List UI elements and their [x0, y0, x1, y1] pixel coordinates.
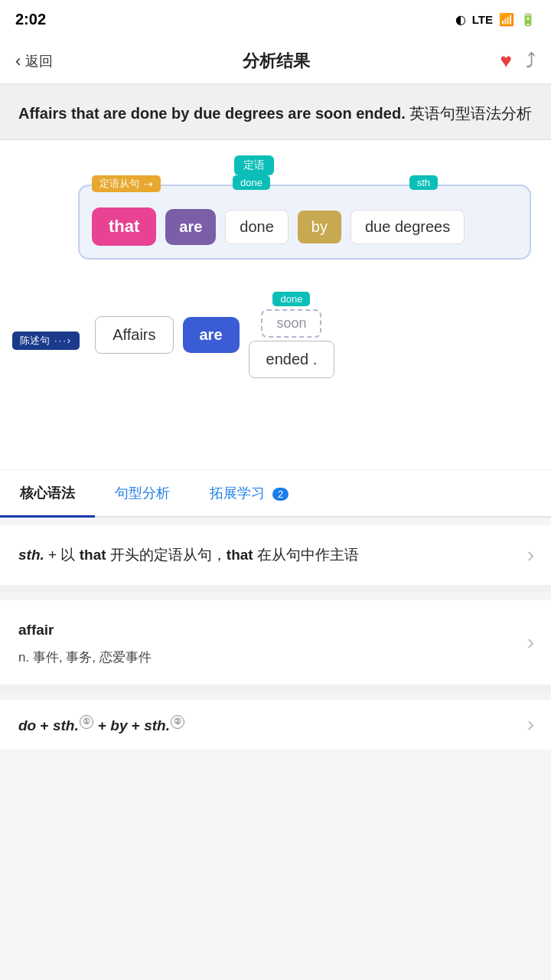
tabs-bar: 核心语法 句型分析 拓展学习 2	[0, 470, 551, 518]
expand-badge: 2	[272, 488, 289, 501]
do-sth-card[interactable]: do + sth.① + by + sth.②	[0, 700, 551, 750]
token-ended[interactable]: ended .	[249, 341, 335, 378]
dots-arrow-icon: ···›	[54, 335, 72, 346]
token-are-main[interactable]: are	[183, 317, 240, 353]
affair-title: affair	[18, 619, 533, 642]
soon-badge: soon	[261, 309, 321, 338]
affair-card[interactable]: affair n. 事件, 事务, 恋爱事件	[0, 600, 551, 684]
token-done[interactable]: done	[225, 210, 289, 244]
tab-expand-learning[interactable]: 拓展学习 2	[190, 470, 308, 516]
sth-badge: sth	[409, 175, 438, 190]
sentence-text: Affairs that are done by due degrees are…	[18, 101, 533, 126]
status-time: 2:02	[15, 11, 46, 28]
that-clause-card[interactable]: sth. + 以 that 开头的定语从句，that 在从句中作主语	[0, 525, 551, 585]
battery-icon: 🔋	[520, 12, 536, 27]
sup1: ①	[80, 715, 93, 729]
arrow-icon: ⇢	[144, 178, 153, 190]
share-button[interactable]: ⤴	[526, 49, 536, 73]
tab-sentence-analysis[interactable]: 句型分析	[95, 470, 190, 516]
clause-tokens: that are done by due degrees	[92, 207, 517, 246]
main-tokens: Affairs are done soon ended .	[95, 292, 334, 378]
token-are-clause[interactable]: are	[165, 209, 216, 245]
signal-icon: 📶	[499, 12, 514, 27]
token-due-degrees[interactable]: due degrees	[350, 210, 465, 244]
nav-actions: ♥ ⤴	[500, 49, 536, 73]
token-that[interactable]: that	[92, 207, 156, 246]
that-clause-title: sth. + 以 that 开头的定语从句，that 在从句中作主语	[18, 544, 533, 567]
status-icons: ◐ LTE 📶 🔋	[455, 12, 536, 27]
token-by[interactable]: by	[298, 211, 341, 243]
done-badge-2: done	[272, 292, 310, 306]
affair-subtitle: n. 事件, 事务, 恋爱事件	[18, 648, 533, 666]
back-label: 返回	[25, 52, 53, 70]
diagram-area: 定语 定语从句 ⇢ done sth that are done by due …	[0, 140, 551, 469]
favorite-button[interactable]: ♥	[500, 49, 512, 73]
status-bar: 2:02 ◐ LTE 📶 🔋	[0, 0, 551, 38]
divider-2	[0, 585, 551, 593]
divider-3	[0, 684, 551, 692]
do-sth-title: do + sth.① + by + sth.②	[18, 715, 533, 734]
sup2: ②	[171, 715, 184, 729]
lte-label: LTE	[472, 13, 493, 26]
declarative-label: 陈述句 ···›	[12, 332, 80, 350]
back-button[interactable]: ‹ 返回	[15, 51, 53, 71]
defining-attr-label: 定语	[234, 155, 274, 175]
done-badge-1: done	[233, 175, 270, 190]
page-title: 分析结果	[243, 50, 310, 73]
half-circle-icon: ◐	[455, 12, 466, 27]
rel-clause-label: 定语从句 ⇢	[92, 175, 161, 192]
clause-box: 定语从句 ⇢ done sth that are done by due deg…	[78, 185, 531, 260]
nav-bar: ‹ 返回 分析结果 ♥ ⤴	[0, 38, 551, 84]
sentence-header: Affairs that are done by due degrees are…	[0, 84, 551, 140]
tab-core-grammar[interactable]: 核心语法	[0, 470, 95, 516]
back-arrow-icon: ‹	[15, 51, 21, 71]
token-affairs[interactable]: Affairs	[95, 316, 173, 354]
